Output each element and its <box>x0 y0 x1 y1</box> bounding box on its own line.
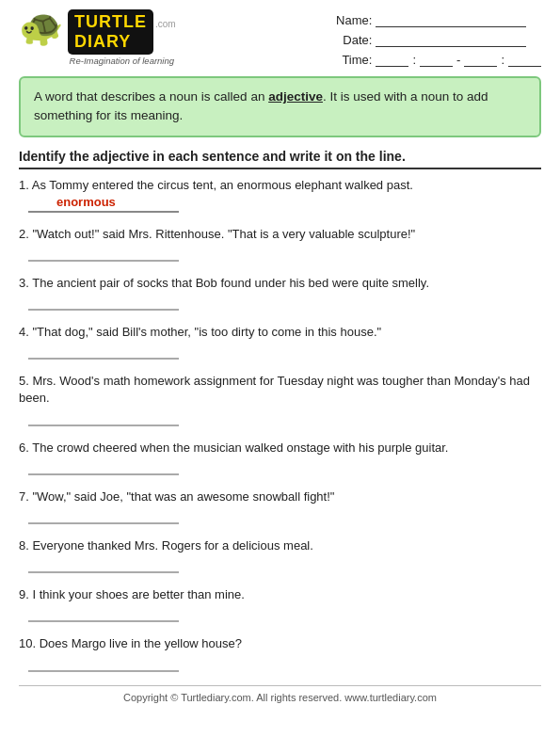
instruction: Identify the adjective in each sentence … <box>19 149 541 169</box>
answer-line-4[interactable] <box>28 344 179 360</box>
question-item-8: 8. Everyone thanked Mrs. Rogers for a de… <box>19 537 541 573</box>
questions-list: 1. As Tommy entered the circus tent, an … <box>19 177 541 672</box>
answer-line-5[interactable] <box>28 411 179 426</box>
question-item-7: 7. "Wow," said Joe, "that was an awesome… <box>19 489 541 524</box>
header: 🐢 TURTLE DIARY .com Re-Imagination of le… <box>19 9 541 67</box>
name-row: Name: <box>334 13 541 27</box>
logo-area: 🐢 TURTLE DIARY .com Re-Imagination of le… <box>19 9 169 66</box>
question-text-7: 7. "Wow," said Joe, "that was an awesome… <box>19 489 541 505</box>
name-label: Name: <box>334 13 372 27</box>
answer-line-1[interactable]: enormous <box>28 198 179 213</box>
question-text-8: 8. Everyone thanked Mrs. Rogers for a de… <box>19 537 541 554</box>
date-row: Date: <box>334 33 541 47</box>
page: 🐢 TURTLE DIARY .com Re-Imagination of le… <box>0 0 560 753</box>
question-text-3: 3. The ancient pair of socks that Bob fo… <box>19 275 541 292</box>
logo-title: TURTLE DIARY <box>68 9 153 55</box>
question-item-10: 10. Does Margo live in the yellow house? <box>19 635 541 671</box>
question-item-1: 1. As Tommy entered the circus tent, an … <box>19 177 541 213</box>
answer-line-2[interactable] <box>28 247 179 262</box>
answer-row-1: enormous <box>19 198 541 213</box>
definition-box: A word that describes a noun is called a… <box>19 76 541 137</box>
definition-keyword: adjective <box>268 89 323 104</box>
question-text-6: 6. The crowd cheered when the musician w… <box>19 440 541 457</box>
time-line-1[interactable] <box>376 54 408 67</box>
footer-text: Copyright © Turtlediary.com. All rights … <box>123 692 437 703</box>
answer-line-9[interactable] <box>28 607 179 622</box>
answer-line-6[interactable] <box>28 460 179 475</box>
question-text-9: 9. I think your shoes are better than mi… <box>19 586 541 603</box>
time-row: Time: : - : <box>334 53 541 67</box>
question-item-6: 6. The crowd cheered when the musician w… <box>19 440 541 475</box>
date-label: Date: <box>334 33 372 47</box>
footer: Copyright © Turtlediary.com. All rights … <box>19 685 541 703</box>
time-label: Time: <box>334 53 372 67</box>
name-line[interactable] <box>376 14 526 27</box>
question-item-9: 9. I think your shoes are better than mi… <box>19 586 541 622</box>
answer-line-8[interactable] <box>28 558 179 573</box>
question-item-4: 4. "That dog," said Bill's mother, "is t… <box>19 324 541 360</box>
answer-line-7[interactable] <box>28 509 179 524</box>
question-text-10: 10. Does Margo live in the yellow house? <box>19 635 541 652</box>
question-item-5: 5. Mrs. Wood's math homework assignment … <box>19 373 541 425</box>
question-text-1: 1. As Tommy entered the circus tent, an … <box>19 177 541 194</box>
turtle-icon: 🐢 <box>19 9 63 45</box>
logo-text-block: TURTLE DIARY .com Re-Imagination of lear… <box>68 9 176 66</box>
question-item-3: 3. The ancient pair of socks that Bob fo… <box>19 275 541 311</box>
definition-text-before: A word that describes a noun is called a… <box>34 89 268 104</box>
question-text-5: 5. Mrs. Wood's math homework assignment … <box>19 373 541 407</box>
question-item-2: 2. "Watch out!" said Mrs. Rittenhouse. "… <box>19 226 541 262</box>
question-text-4: 4. "That dog," said Bill's mother, "is t… <box>19 324 541 341</box>
logo-com: .com <box>155 19 176 29</box>
answer-line-3[interactable] <box>28 296 179 311</box>
answer-line-10[interactable] <box>28 657 179 672</box>
time-line-4[interactable] <box>508 54 541 67</box>
date-line[interactable] <box>376 34 526 47</box>
time-line-3[interactable] <box>464 54 497 67</box>
form-fields: Name: Date: Time: : - : <box>334 13 541 67</box>
logo-subtitle: Re-Imagination of learning <box>68 56 176 66</box>
answer-value-1: enormous <box>56 195 116 209</box>
time-line-2[interactable] <box>420 54 453 67</box>
question-text-2: 2. "Watch out!" said Mrs. Rittenhouse. "… <box>19 226 541 243</box>
